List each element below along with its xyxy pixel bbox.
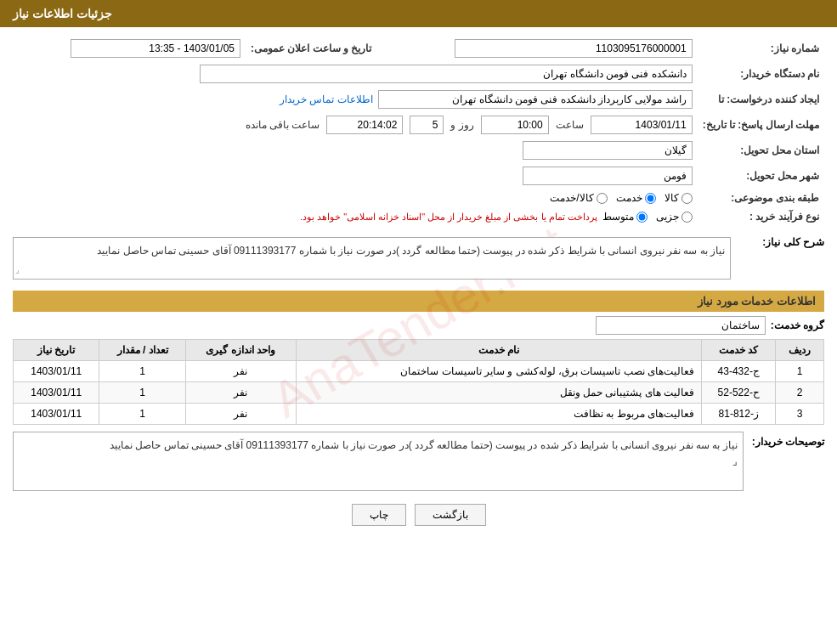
col-tarikh: تاریخ نیاز bbox=[14, 340, 99, 361]
cell-tedad: 1 bbox=[99, 382, 185, 404]
tabaqe-radios: کالا خدمت کالا/خدمت bbox=[13, 189, 698, 207]
resize-handle-2: ⌟ bbox=[19, 454, 738, 470]
shahr-value: فومن bbox=[13, 163, 698, 189]
shomareNiaz-value: 1103095176000001 bbox=[376, 36, 697, 61]
shomareNiaz-label: شماره نیاز: bbox=[698, 36, 824, 61]
tabaqe-label: طبقه بندی موضوعی: bbox=[698, 189, 824, 207]
col-vahed: واحد اندازه گیری bbox=[185, 340, 296, 361]
shahr-label: شهر محل تحویل: bbox=[698, 163, 824, 189]
col-kod: کد خدمت bbox=[702, 340, 776, 361]
cell-name: فعالیت های پشتیبانی حمل ونقل bbox=[296, 382, 701, 404]
resize-handle: ⌟ bbox=[15, 263, 20, 277]
cell-tedad: 1 bbox=[99, 404, 185, 425]
tarikh-elam-label: تاریخ و ساعت اعلان عمومی: bbox=[246, 36, 376, 61]
namDastgah-value: دانشکده فنی فومن دانشگاه تهران bbox=[13, 61, 698, 87]
radio-kala-input[interactable] bbox=[681, 193, 693, 204]
tarikh-elam-input: 1403/01/05 - 13:35 bbox=[71, 39, 240, 58]
date-input: 1403/01/11 bbox=[591, 116, 693, 134]
section-services-header: اطلاعات خدمات مورد نیاز bbox=[13, 291, 824, 312]
radio-khedmat-label: خدمت bbox=[616, 192, 642, 204]
page-title: جزئیات اطلاعات نیاز bbox=[13, 7, 112, 20]
ijadKonande-value: راشد مولایی کاربرداز دانشکده فنی فومن دا… bbox=[13, 87, 698, 112]
cell-tedad: 1 bbox=[99, 361, 185, 382]
namDastgah-input: دانشکده فنی فومن دانشگاه تهران bbox=[200, 65, 693, 83]
saat-label: ساعت bbox=[556, 119, 584, 131]
cell-vahed: نفر bbox=[185, 404, 296, 425]
cell-vahed: نفر bbox=[185, 382, 296, 404]
cell-name: فعالیت‌های مربوط به نظافت bbox=[296, 404, 701, 425]
ijadKonande-label: ایجاد کننده درخواست: تا bbox=[698, 87, 824, 112]
cell-vahed: نفر bbox=[185, 361, 296, 382]
tarikh-elam-value: 1403/01/05 - 13:35 bbox=[13, 36, 246, 61]
cell-radif: 3 bbox=[776, 404, 824, 425]
noeFarayand-row: جزیی متوسط پرداخت تمام یا بخشی از مبلغ خ… bbox=[13, 207, 698, 226]
radio-kala-khedmat-input[interactable] bbox=[597, 193, 608, 204]
page-header: جزئیات اطلاعات نیاز bbox=[0, 0, 837, 27]
cell-radif: 1 bbox=[776, 361, 824, 382]
roz-label: روز و bbox=[450, 119, 473, 131]
cell-kod: ج-432-43 bbox=[702, 361, 776, 382]
shomareNiaz-input: 1103095176000001 bbox=[455, 39, 693, 58]
sharhKoli-text: نیاز به سه نفر نیروی انسانی با شرایط ذکر… bbox=[97, 245, 725, 257]
cell-tarikh: 1403/01/11 bbox=[14, 404, 99, 425]
col-radif: ردیف bbox=[776, 340, 824, 361]
radio-kala-khedmat: کالا/خدمت bbox=[550, 192, 607, 204]
buttons-row: بازگشت چاپ bbox=[13, 504, 824, 526]
shahr-input: فومن bbox=[523, 167, 693, 185]
radio-motavaset-input[interactable] bbox=[636, 212, 648, 223]
buyer-notes-section: توصیحات خریدار: نیاز به سه نفر نیروی انس… bbox=[13, 432, 824, 491]
services-table: ردیف کد خدمت نام خدمت واحد اندازه گیری ت… bbox=[13, 339, 824, 425]
ostan-label: استان محل تحویل: bbox=[698, 138, 824, 163]
cell-tarikh: 1403/01/11 bbox=[14, 361, 99, 382]
cell-radif: 2 bbox=[776, 382, 824, 404]
col-tedad: تعداد / مقدار bbox=[99, 340, 185, 361]
note-payment: پرداخت تمام یا بخشی از مبلغ خریدار از مح… bbox=[300, 212, 597, 223]
radio-jozii: جزیی bbox=[656, 211, 693, 223]
radio-kala-khedmat-label: کالا/خدمت bbox=[550, 192, 593, 204]
grohe-input: ساختمان bbox=[596, 316, 766, 335]
namDastgah-label: نام دستگاه خریدار: bbox=[698, 61, 824, 87]
buyer-notes-box: نیاز به سه نفر نیروی انسانی با شرایط ذکر… bbox=[13, 432, 744, 491]
mohlat-label: مهلت ارسال پاسخ: تا تاریخ: bbox=[698, 112, 824, 138]
table-row: 2 ح-522-52 فعالیت های پشتیبانی حمل ونقل … bbox=[14, 382, 824, 404]
sharhKoli-label: شرح کلی نیاز: bbox=[739, 233, 824, 248]
back-button[interactable]: بازگشت bbox=[415, 504, 486, 526]
main-info-table: شماره نیاز: 1103095176000001 تاریخ و ساع… bbox=[13, 36, 824, 226]
radio-motavaset: متوسط bbox=[602, 211, 648, 223]
radio-jozii-input[interactable] bbox=[681, 212, 693, 223]
grohe-label: گروه خدمت: bbox=[771, 319, 824, 331]
print-button[interactable]: چاپ bbox=[352, 504, 406, 526]
cell-tarikh: 1403/01/11 bbox=[14, 382, 99, 404]
ijadKonande-input: راشد مولایی کاربرداز دانشکده فنی فومن دا… bbox=[378, 90, 693, 109]
cell-kod: ز-812-81 bbox=[702, 404, 776, 425]
radio-jozii-label: جزیی bbox=[656, 211, 679, 223]
table-row: 3 ز-812-81 فعالیت‌های مربوط به نظافت نفر… bbox=[14, 404, 824, 425]
radio-motavaset-label: متوسط bbox=[602, 211, 634, 223]
buyer-notes-text: نیاز به سه نفر نیروی انسانی با شرایط ذکر… bbox=[110, 439, 738, 451]
mohlat-row: 1403/01/11 ساعت 10:00 روز و 5 20:14:02 س… bbox=[13, 112, 698, 138]
grohe-row: گروه خدمت: ساختمان bbox=[13, 316, 824, 335]
remaining-label: ساعت باقی مانده bbox=[246, 119, 320, 131]
radio-kala: کالا bbox=[665, 192, 693, 204]
cell-name: فعالیت‌های نصب تاسیسات برق، لوله‌کشی و س… bbox=[296, 361, 701, 382]
etelaat-link[interactable]: اطلاعات تماس خریدار bbox=[280, 93, 373, 105]
cell-kod: ح-522-52 bbox=[702, 382, 776, 404]
roz-input: 5 bbox=[410, 116, 444, 134]
buyer-notes-label: توصیحات خریدار: bbox=[752, 432, 824, 491]
col-name: نام خدمت bbox=[296, 340, 701, 361]
ostan-value: گیلان bbox=[13, 138, 698, 163]
radio-khedmat: خدمت bbox=[616, 192, 656, 204]
saat-input: 10:00 bbox=[481, 116, 549, 134]
table-row: 1 ج-432-43 فعالیت‌های نصب تاسیسات برق، ل… bbox=[14, 361, 824, 382]
ostan-input: گیلان bbox=[523, 141, 693, 160]
remaining-input: 20:14:02 bbox=[326, 116, 403, 134]
sharhKoli-box: نیاز به سه نفر نیروی انسانی با شرایط ذکر… bbox=[13, 237, 731, 280]
noeFarayand-label: نوع فرآیند خرید : bbox=[698, 207, 824, 226]
radio-kala-label: کالا bbox=[665, 192, 679, 204]
radio-khedmat-input[interactable] bbox=[645, 193, 656, 204]
